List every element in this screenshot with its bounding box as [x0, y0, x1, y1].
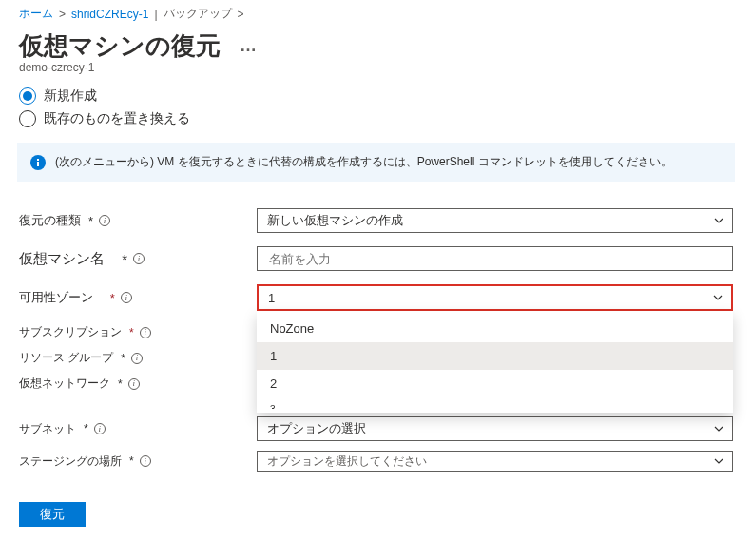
info-icon[interactable]: i	[128, 378, 140, 390]
breadcrumb-item-backup[interactable]: バックアップ	[164, 6, 232, 22]
label-subnet: サブネット* i	[19, 421, 257, 437]
radio-label: 既存のものを置き換える	[44, 110, 190, 127]
label-restore-type: 復元の種類* i	[19, 212, 257, 229]
chevron-down-icon	[713, 215, 724, 226]
breadcrumb-separator: |	[154, 8, 157, 21]
vm-name-field[interactable]	[267, 251, 705, 267]
select-value: 1	[268, 291, 275, 305]
label-vm-name: 仮想マシン名 * i	[19, 250, 257, 268]
info-icon[interactable]: i	[99, 215, 110, 226]
input-vm-name[interactable]	[257, 246, 733, 271]
select-availability-zone[interactable]: 1	[257, 284, 733, 311]
info-icon[interactable]: i	[94, 423, 106, 434]
dropdown-option-3[interactable]: 3	[257, 397, 733, 409]
select-staging-location[interactable]: オプションを選択してください	[257, 451, 733, 472]
info-banner: (次のメニューから) VM を復元するときに代替の構成を作成するには、Power…	[17, 143, 735, 182]
breadcrumb-separator: >	[59, 8, 66, 21]
select-value: 新しい仮想マシンの作成	[267, 212, 403, 229]
info-icon[interactable]: i	[140, 455, 151, 467]
radio-create-new[interactable]: 新規作成	[19, 87, 733, 105]
info-icon[interactable]: i	[131, 353, 143, 364]
restore-mode-radio-group: 新規作成 既存のものを置き換える	[19, 87, 733, 127]
more-actions-button[interactable]: …	[240, 36, 259, 56]
radio-replace-existing[interactable]: 既存のものを置き換える	[19, 110, 733, 127]
label-subscription: サブスクリプション* i	[19, 324, 257, 340]
select-placeholder: オプションを選択してください	[267, 454, 427, 470]
svg-rect-1	[37, 162, 39, 166]
breadcrumb: ホーム > shridCZREcy-1 | バックアップ >	[19, 0, 733, 26]
chevron-down-icon	[713, 455, 724, 467]
page-title-text: 仮想マシンの復元	[19, 29, 221, 63]
availability-zone-dropdown: NoZone 1 2 3	[257, 311, 733, 413]
page-subtitle: demo-czrecy-1	[19, 61, 733, 74]
info-message: (次のメニューから) VM を復元するときに代替の構成を作成するには、Power…	[55, 154, 672, 170]
breadcrumb-home[interactable]: ホーム	[19, 6, 53, 22]
breadcrumb-item-vault[interactable]: shridCZREcy-1	[71, 8, 148, 21]
label-availability-zone: 可用性ゾーン * i	[19, 289, 257, 306]
label-staging-location: ステージングの場所* i	[19, 454, 257, 470]
dropdown-option-2[interactable]: 2	[257, 370, 733, 397]
radio-label: 新規作成	[44, 87, 97, 105]
chevron-down-icon	[712, 292, 723, 303]
availability-zone-field: 1 NoZone 1 2 3	[257, 284, 733, 311]
dropdown-option-nozone[interactable]: NoZone	[257, 315, 733, 342]
chevron-down-icon	[713, 423, 724, 434]
page-title: 仮想マシンの復元 …	[19, 29, 733, 63]
info-icon	[30, 155, 46, 170]
label-resource-group: リソース グループ* i	[19, 350, 257, 366]
select-restore-type[interactable]: 新しい仮想マシンの作成	[257, 208, 733, 233]
info-icon[interactable]: i	[121, 292, 132, 303]
select-subnet[interactable]: オプションの選択	[257, 416, 733, 441]
radio-indicator-checked	[19, 87, 36, 105]
select-placeholder: オプションの選択	[267, 420, 366, 437]
label-virtual-network: 仮想ネットワーク* i	[19, 376, 257, 392]
svg-rect-2	[37, 159, 39, 161]
dropdown-option-1[interactable]: 1	[257, 342, 733, 370]
info-icon[interactable]: i	[140, 327, 151, 338]
radio-indicator-unchecked	[19, 110, 36, 127]
restore-button[interactable]: 復元	[19, 502, 86, 527]
info-icon[interactable]: i	[133, 253, 145, 264]
breadcrumb-separator: >	[238, 8, 244, 21]
